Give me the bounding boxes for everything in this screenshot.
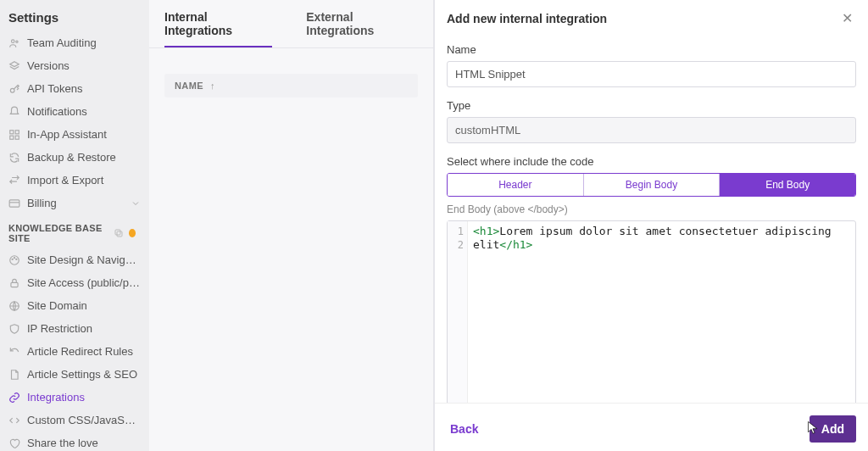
- name-input[interactable]: [447, 61, 856, 87]
- svg-point-12: [14, 257, 14, 258]
- sidebar-item-backup-restore[interactable]: Backup & Restore: [0, 146, 149, 169]
- refresh-icon: [8, 152, 20, 164]
- tab-external-integrations[interactable]: External Integrations: [306, 10, 418, 47]
- card-icon: [8, 198, 20, 209]
- placement-hint: End Body (above </body>): [447, 203, 856, 215]
- shield-icon: [8, 323, 20, 335]
- chevron-down-icon: [131, 198, 141, 209]
- integration-tabs: Internal Integrations External Integrati…: [149, 0, 433, 48]
- notification-badge: [129, 229, 136, 237]
- sidebar-item-custom-css-js[interactable]: Custom CSS/JavaScript: [0, 409, 149, 432]
- type-input: [447, 117, 856, 143]
- sidebar-item-site-design[interactable]: Site Design & Navigations: [0, 248, 149, 271]
- svg-rect-9: [115, 230, 120, 235]
- key-icon: [8, 83, 20, 95]
- segment-end-body[interactable]: End Body: [720, 174, 855, 196]
- grid-icon: [8, 129, 20, 141]
- cursor-icon: [807, 420, 819, 436]
- users-icon: [8, 37, 20, 49]
- globe-icon: [8, 300, 20, 312]
- sort-asc-icon: ↑: [210, 81, 215, 91]
- stack-icon: [8, 60, 20, 72]
- segment-header[interactable]: Header: [448, 174, 584, 196]
- type-label: Type: [447, 99, 856, 112]
- svg-rect-3: [10, 130, 14, 133]
- sidebar-item-ip-restriction[interactable]: IP Restriction: [0, 317, 149, 340]
- panel-title: Add new internal integration: [447, 12, 607, 25]
- link-icon: [8, 392, 20, 404]
- heart-icon: [8, 437, 20, 449]
- svg-rect-8: [117, 231, 122, 237]
- svg-rect-4: [15, 130, 19, 133]
- doc-icon: [8, 369, 20, 381]
- integrations-table: NAME ↑: [149, 48, 433, 123]
- add-integration-panel: Add new internal integration ✕ Name Type…: [434, 0, 868, 451]
- sidebar-item-team-auditing[interactable]: Team Auditing: [0, 31, 149, 54]
- code-content[interactable]: <h1>Lorem ipsum dolor sit amet consectet…: [468, 221, 855, 403]
- svg-rect-5: [10, 136, 14, 139]
- code-gutter: 1 2: [448, 221, 468, 403]
- svg-point-0: [12, 39, 15, 42]
- lock-icon: [8, 277, 20, 289]
- palette-icon: [8, 254, 20, 266]
- bell-icon: [8, 106, 20, 118]
- sidebar-item-site-domain[interactable]: Site Domain: [0, 294, 149, 317]
- sidebar-item-billing[interactable]: Billing: [0, 192, 149, 214]
- copy-icon[interactable]: [114, 228, 124, 238]
- back-button[interactable]: Back: [447, 417, 481, 441]
- name-label: Name: [447, 43, 856, 56]
- svg-point-2: [10, 88, 14, 92]
- sidebar-item-article-settings[interactable]: Article Settings & SEO: [0, 363, 149, 386]
- svg-point-11: [12, 259, 13, 259]
- sidebar-item-api-tokens[interactable]: API Tokens: [0, 77, 149, 100]
- svg-rect-7: [9, 199, 19, 206]
- sidebar-item-import-export[interactable]: Import & Export: [0, 169, 149, 192]
- tab-internal-integrations[interactable]: Internal Integrations: [164, 10, 272, 47]
- sidebar-item-share-love[interactable]: Share the love: [0, 432, 149, 451]
- code-icon: [8, 415, 20, 426]
- column-header-name: NAME: [175, 81, 203, 91]
- table-header-row[interactable]: NAME ↑: [164, 74, 418, 97]
- svg-point-1: [16, 41, 18, 42]
- svg-rect-14: [11, 282, 18, 287]
- sidebar-section-kb: KNOWLEDGE BASE SITE: [0, 214, 149, 248]
- placement-label: Select where include the code: [447, 155, 856, 168]
- sidebar-item-in-app-assistant[interactable]: In-App Assistant: [0, 123, 149, 146]
- code-editor[interactable]: 1 2 <h1>Lorem ipsum dolor sit amet conse…: [447, 220, 856, 403]
- redirect-icon: [8, 346, 20, 358]
- sidebar-item-integrations[interactable]: Integrations: [0, 386, 149, 409]
- sidebar-item-versions[interactable]: Versions: [0, 54, 149, 77]
- sidebar-item-notifications[interactable]: Notifications: [0, 100, 149, 123]
- close-icon[interactable]: ✕: [838, 8, 856, 28]
- svg-point-13: [16, 259, 17, 259]
- segment-begin-body[interactable]: Begin Body: [584, 174, 721, 196]
- exchange-icon: [8, 175, 20, 187]
- settings-sidebar: Settings Team Auditing Versions API Toke…: [0, 0, 149, 451]
- svg-rect-6: [15, 136, 19, 139]
- sidebar-item-site-access[interactable]: Site Access (public/private): [0, 271, 149, 294]
- placement-segments: Header Begin Body End Body: [447, 173, 856, 197]
- sidebar-item-redirect-rules[interactable]: Article Redirect Rules: [0, 340, 149, 363]
- add-button[interactable]: Add: [810, 415, 856, 443]
- sidebar-title: Settings: [0, 7, 149, 31]
- main-content: Internal Integrations External Integrati…: [149, 0, 434, 451]
